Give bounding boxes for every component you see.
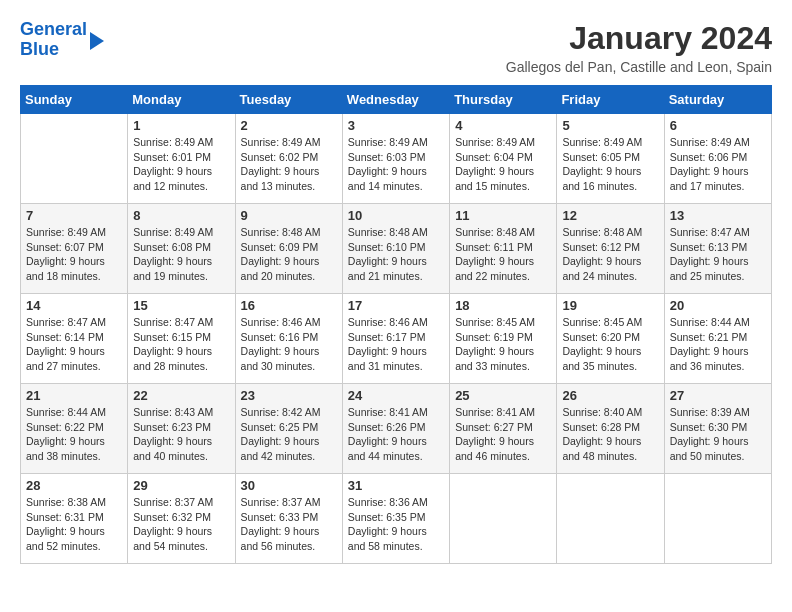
day-number: 12 <box>562 208 658 223</box>
day-info: Sunrise: 8:48 AMSunset: 6:09 PMDaylight:… <box>241 225 337 284</box>
weekday-header-friday: Friday <box>557 86 664 114</box>
day-number: 7 <box>26 208 122 223</box>
calendar-cell: 29Sunrise: 8:37 AMSunset: 6:32 PMDayligh… <box>128 474 235 564</box>
day-info: Sunrise: 8:46 AMSunset: 6:16 PMDaylight:… <box>241 315 337 374</box>
day-number: 5 <box>562 118 658 133</box>
calendar-cell: 27Sunrise: 8:39 AMSunset: 6:30 PMDayligh… <box>664 384 771 474</box>
calendar-cell: 30Sunrise: 8:37 AMSunset: 6:33 PMDayligh… <box>235 474 342 564</box>
calendar-week-5: 28Sunrise: 8:38 AMSunset: 6:31 PMDayligh… <box>21 474 772 564</box>
day-info: Sunrise: 8:44 AMSunset: 6:21 PMDaylight:… <box>670 315 766 374</box>
day-info: Sunrise: 8:49 AMSunset: 6:07 PMDaylight:… <box>26 225 122 284</box>
calendar-cell: 7Sunrise: 8:49 AMSunset: 6:07 PMDaylight… <box>21 204 128 294</box>
day-number: 26 <box>562 388 658 403</box>
calendar-cell: 20Sunrise: 8:44 AMSunset: 6:21 PMDayligh… <box>664 294 771 384</box>
logo-blue: Blue <box>20 39 59 59</box>
day-number: 17 <box>348 298 444 313</box>
calendar-cell: 26Sunrise: 8:40 AMSunset: 6:28 PMDayligh… <box>557 384 664 474</box>
day-number: 14 <box>26 298 122 313</box>
calendar-week-1: 1Sunrise: 8:49 AMSunset: 6:01 PMDaylight… <box>21 114 772 204</box>
calendar-cell: 24Sunrise: 8:41 AMSunset: 6:26 PMDayligh… <box>342 384 449 474</box>
day-number: 11 <box>455 208 551 223</box>
day-number: 16 <box>241 298 337 313</box>
day-number: 31 <box>348 478 444 493</box>
day-info: Sunrise: 8:45 AMSunset: 6:19 PMDaylight:… <box>455 315 551 374</box>
day-info: Sunrise: 8:47 AMSunset: 6:13 PMDaylight:… <box>670 225 766 284</box>
calendar-week-4: 21Sunrise: 8:44 AMSunset: 6:22 PMDayligh… <box>21 384 772 474</box>
day-info: Sunrise: 8:41 AMSunset: 6:26 PMDaylight:… <box>348 405 444 464</box>
weekday-header-wednesday: Wednesday <box>342 86 449 114</box>
calendar-cell: 25Sunrise: 8:41 AMSunset: 6:27 PMDayligh… <box>450 384 557 474</box>
calendar-cell: 6Sunrise: 8:49 AMSunset: 6:06 PMDaylight… <box>664 114 771 204</box>
calendar-cell: 3Sunrise: 8:49 AMSunset: 6:03 PMDaylight… <box>342 114 449 204</box>
logo-general: General <box>20 19 87 39</box>
day-info: Sunrise: 8:38 AMSunset: 6:31 PMDaylight:… <box>26 495 122 554</box>
day-info: Sunrise: 8:41 AMSunset: 6:27 PMDaylight:… <box>455 405 551 464</box>
day-info: Sunrise: 8:47 AMSunset: 6:15 PMDaylight:… <box>133 315 229 374</box>
day-number: 9 <box>241 208 337 223</box>
day-info: Sunrise: 8:49 AMSunset: 6:03 PMDaylight:… <box>348 135 444 194</box>
day-number: 18 <box>455 298 551 313</box>
calendar-cell: 8Sunrise: 8:49 AMSunset: 6:08 PMDaylight… <box>128 204 235 294</box>
calendar-cell: 17Sunrise: 8:46 AMSunset: 6:17 PMDayligh… <box>342 294 449 384</box>
calendar-cell: 22Sunrise: 8:43 AMSunset: 6:23 PMDayligh… <box>128 384 235 474</box>
calendar-cell <box>664 474 771 564</box>
month-title: January 2024 <box>506 20 772 57</box>
calendar-week-3: 14Sunrise: 8:47 AMSunset: 6:14 PMDayligh… <box>21 294 772 384</box>
day-number: 19 <box>562 298 658 313</box>
day-number: 21 <box>26 388 122 403</box>
calendar-cell: 1Sunrise: 8:49 AMSunset: 6:01 PMDaylight… <box>128 114 235 204</box>
calendar-cell: 14Sunrise: 8:47 AMSunset: 6:14 PMDayligh… <box>21 294 128 384</box>
day-info: Sunrise: 8:46 AMSunset: 6:17 PMDaylight:… <box>348 315 444 374</box>
weekday-header-saturday: Saturday <box>664 86 771 114</box>
day-number: 28 <box>26 478 122 493</box>
day-info: Sunrise: 8:44 AMSunset: 6:22 PMDaylight:… <box>26 405 122 464</box>
day-info: Sunrise: 8:47 AMSunset: 6:14 PMDaylight:… <box>26 315 122 374</box>
calendar-cell: 19Sunrise: 8:45 AMSunset: 6:20 PMDayligh… <box>557 294 664 384</box>
day-number: 2 <box>241 118 337 133</box>
day-number: 3 <box>348 118 444 133</box>
day-info: Sunrise: 8:49 AMSunset: 6:08 PMDaylight:… <box>133 225 229 284</box>
location-title: Gallegos del Pan, Castille and Leon, Spa… <box>506 59 772 75</box>
calendar-cell: 15Sunrise: 8:47 AMSunset: 6:15 PMDayligh… <box>128 294 235 384</box>
day-info: Sunrise: 8:49 AMSunset: 6:01 PMDaylight:… <box>133 135 229 194</box>
day-number: 4 <box>455 118 551 133</box>
day-number: 6 <box>670 118 766 133</box>
calendar-cell: 21Sunrise: 8:44 AMSunset: 6:22 PMDayligh… <box>21 384 128 474</box>
calendar-cell: 13Sunrise: 8:47 AMSunset: 6:13 PMDayligh… <box>664 204 771 294</box>
day-info: Sunrise: 8:40 AMSunset: 6:28 PMDaylight:… <box>562 405 658 464</box>
day-number: 22 <box>133 388 229 403</box>
day-info: Sunrise: 8:42 AMSunset: 6:25 PMDaylight:… <box>241 405 337 464</box>
calendar-cell: 31Sunrise: 8:36 AMSunset: 6:35 PMDayligh… <box>342 474 449 564</box>
header: General Blue January 2024 Gallegos del P… <box>20 20 772 75</box>
day-number: 25 <box>455 388 551 403</box>
weekday-header-tuesday: Tuesday <box>235 86 342 114</box>
day-number: 23 <box>241 388 337 403</box>
calendar-cell: 10Sunrise: 8:48 AMSunset: 6:10 PMDayligh… <box>342 204 449 294</box>
calendar-cell: 5Sunrise: 8:49 AMSunset: 6:05 PMDaylight… <box>557 114 664 204</box>
day-number: 30 <box>241 478 337 493</box>
calendar-week-2: 7Sunrise: 8:49 AMSunset: 6:07 PMDaylight… <box>21 204 772 294</box>
day-info: Sunrise: 8:37 AMSunset: 6:33 PMDaylight:… <box>241 495 337 554</box>
day-number: 24 <box>348 388 444 403</box>
day-info: Sunrise: 8:45 AMSunset: 6:20 PMDaylight:… <box>562 315 658 374</box>
logo: General Blue <box>20 20 104 60</box>
calendar-cell: 9Sunrise: 8:48 AMSunset: 6:09 PMDaylight… <box>235 204 342 294</box>
day-info: Sunrise: 8:37 AMSunset: 6:32 PMDaylight:… <box>133 495 229 554</box>
day-number: 20 <box>670 298 766 313</box>
title-area: January 2024 Gallegos del Pan, Castille … <box>506 20 772 75</box>
calendar-table: SundayMondayTuesdayWednesdayThursdayFrid… <box>20 85 772 564</box>
day-info: Sunrise: 8:49 AMSunset: 6:05 PMDaylight:… <box>562 135 658 194</box>
day-info: Sunrise: 8:49 AMSunset: 6:02 PMDaylight:… <box>241 135 337 194</box>
day-info: Sunrise: 8:48 AMSunset: 6:11 PMDaylight:… <box>455 225 551 284</box>
calendar-cell <box>557 474 664 564</box>
day-info: Sunrise: 8:49 AMSunset: 6:04 PMDaylight:… <box>455 135 551 194</box>
day-number: 13 <box>670 208 766 223</box>
calendar-cell <box>450 474 557 564</box>
day-number: 8 <box>133 208 229 223</box>
calendar-header-row: SundayMondayTuesdayWednesdayThursdayFrid… <box>21 86 772 114</box>
weekday-header-sunday: Sunday <box>21 86 128 114</box>
day-info: Sunrise: 8:39 AMSunset: 6:30 PMDaylight:… <box>670 405 766 464</box>
day-number: 10 <box>348 208 444 223</box>
calendar-cell: 28Sunrise: 8:38 AMSunset: 6:31 PMDayligh… <box>21 474 128 564</box>
calendar-cell: 11Sunrise: 8:48 AMSunset: 6:11 PMDayligh… <box>450 204 557 294</box>
